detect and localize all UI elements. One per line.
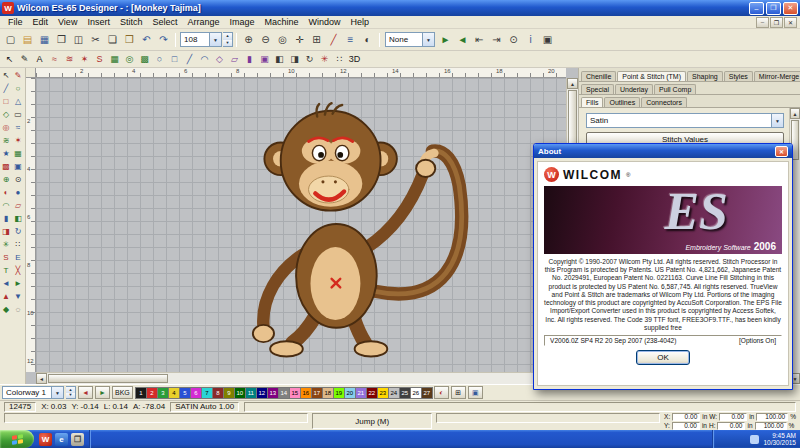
toolbox-tool-icon[interactable]: ∷ — [12, 238, 24, 251]
pan-icon[interactable]: ✛ — [291, 32, 308, 48]
toolbox-tool-icon[interactable]: ▮ — [0, 212, 12, 225]
background-color-button[interactable]: BKG — [112, 386, 133, 399]
toolbox-tool-icon[interactable]: S — [0, 251, 12, 264]
toolbox-tool-icon[interactable]: ◎ — [0, 121, 12, 134]
taskbar-clock[interactable]: 9:45 AM 10/30/2015 — [763, 432, 796, 447]
zoom-combobox[interactable]: 108▼ — [180, 32, 222, 47]
tab-underlay[interactable]: Underlay — [615, 84, 653, 94]
applique-tool-icon[interactable]: ▣ — [257, 52, 272, 66]
menu-item-insert[interactable]: Insert — [82, 17, 115, 27]
colorway-combobox[interactable]: Colorway 1▼ — [2, 386, 64, 399]
tab-styles[interactable]: Styles — [724, 71, 753, 81]
stitch-select-combobox[interactable]: None▼ — [385, 32, 435, 47]
chevron-down-icon[interactable]: ▼ — [209, 33, 221, 46]
about-dialog-titlebar[interactable]: About ✕ — [534, 144, 792, 158]
spin-down-icon[interactable]: ▼ — [223, 40, 232, 47]
circle-tool-icon[interactable]: ○ — [152, 52, 167, 66]
redo-icon[interactable]: ↷ — [155, 32, 172, 48]
show-stitches-icon[interactable]: ≡ — [342, 32, 359, 48]
toolbox-tool-icon[interactable]: ○ — [12, 82, 24, 95]
menu-item-edit[interactable]: Edit — [28, 17, 54, 27]
reshape-icon[interactable]: ✎ — [17, 52, 32, 66]
edit-palette-icon[interactable]: ⊞ — [451, 386, 466, 399]
center-design-icon[interactable]: ⊙ — [505, 32, 522, 48]
tab-chenille[interactable]: Chenille — [581, 71, 616, 81]
previous-color-button[interactable]: ◄ — [78, 386, 93, 399]
minimize-button[interactable]: – — [749, 2, 764, 15]
array-icon[interactable]: ∷ — [332, 52, 347, 66]
previous-color-icon[interactable]: ◄ — [454, 32, 471, 48]
design-canvas[interactable] — [36, 78, 566, 372]
toolbox-tool-icon[interactable]: ⊕ — [0, 173, 12, 186]
toolbox-tool-icon[interactable]: ≈ — [12, 121, 24, 134]
close-button[interactable]: ✕ — [783, 2, 798, 15]
rectangle-tool-icon[interactable]: □ — [167, 52, 182, 66]
wilcom-taskbar-icon[interactable]: W — [39, 433, 52, 446]
toolbox-tool-icon[interactable]: ▦ — [12, 147, 24, 160]
tatami-fill-icon[interactable]: ▦ — [107, 52, 122, 66]
jump-start-icon[interactable]: ⇤ — [471, 32, 488, 48]
toolbox-tool-icon[interactable]: ▲ — [0, 290, 12, 303]
menu-item-machine[interactable]: Machine — [259, 17, 303, 27]
closed-shape-icon[interactable]: ◇ — [212, 52, 227, 66]
toolbox-tool-icon[interactable]: ▣ — [12, 160, 24, 173]
tab-outlines[interactable]: Outlines — [604, 97, 640, 107]
menu-item-view[interactable]: View — [53, 17, 82, 27]
lettering-icon[interactable]: A — [32, 52, 47, 66]
canvas-horizontal-scrollbar[interactable]: ◄ ► — [36, 372, 566, 384]
toolbox-tool-icon[interactable]: □ — [0, 95, 12, 108]
toolbox-tool-icon[interactable]: ╱ — [0, 82, 12, 95]
paste-icon[interactable]: ❒ — [121, 32, 138, 48]
toolbox-tool-icon[interactable]: ≋ — [0, 134, 12, 147]
tab-mirror-merge[interactable]: Mirror-Merge — [754, 71, 800, 81]
tab-pull-comp[interactable]: Pull Comp — [654, 84, 696, 94]
trueview-icon[interactable]: ◐ — [359, 32, 376, 48]
menu-item-file[interactable]: File — [3, 17, 28, 27]
toolbox-tool-icon[interactable]: ↻ — [12, 225, 24, 238]
menu-item-select[interactable]: Select — [147, 17, 182, 27]
fill-type-combobox[interactable]: Satin▼ — [586, 113, 784, 128]
toolbox-tool-icon[interactable]: ✶ — [12, 134, 24, 147]
line-tool-icon[interactable]: ╱ — [182, 52, 197, 66]
toolbox-tool-icon[interactable]: △ — [12, 95, 24, 108]
toolbox-tool-icon[interactable]: ▱ — [12, 199, 24, 212]
fusion-fill-icon[interactable]: ▩ — [137, 52, 152, 66]
save-design-icon[interactable]: ▦ — [36, 32, 53, 48]
scroll-up-icon[interactable]: ▲ — [567, 78, 578, 89]
mdi-close-button[interactable]: ✕ — [784, 17, 797, 28]
open-shape-icon[interactable]: ▱ — [227, 52, 242, 66]
zoom-spinner[interactable]: ▲▼ — [223, 32, 233, 47]
menu-item-window[interactable]: Window — [304, 17, 346, 27]
toolbox-tool-icon[interactable]: ● — [12, 186, 24, 199]
thread-chart-icon[interactable]: ▣ — [468, 386, 483, 399]
close-icon[interactable]: ✕ — [775, 146, 788, 157]
tab-fills[interactable]: Fills — [581, 97, 603, 107]
tab-connectors[interactable]: Connectors — [641, 97, 687, 107]
scroll-left-icon[interactable]: ◄ — [36, 373, 47, 384]
kaleidoscope-icon[interactable]: ✳ — [317, 52, 332, 66]
chevron-down-icon[interactable]: ▼ — [51, 387, 63, 398]
toolbox-tool-icon[interactable]: ◠ — [0, 199, 12, 212]
show-desktop-icon[interactable]: ❐ — [71, 433, 84, 446]
next-color-button[interactable]: ► — [95, 386, 110, 399]
zoom-out-icon[interactable]: ⊖ — [257, 32, 274, 48]
stitch-player-icon[interactable]: ► — [437, 32, 454, 48]
toolbox-tool-icon[interactable]: ◌ — [12, 303, 24, 316]
toolbox-tool-icon[interactable]: ◇ — [0, 108, 12, 121]
mirror-horizontal-icon[interactable]: ◧ — [272, 52, 287, 66]
jump-end-icon[interactable]: ⇥ — [488, 32, 505, 48]
zoom-in-icon[interactable]: ⊕ — [240, 32, 257, 48]
toolbox-tool-icon[interactable]: ▩ — [0, 160, 12, 173]
toolbox-tool-icon[interactable]: ✎ — [12, 69, 24, 82]
contour-fill-icon[interactable]: ◎ — [122, 52, 137, 66]
start-button[interactable] — [0, 430, 34, 448]
color-wheel-icon[interactable]: ◐ — [434, 386, 449, 399]
spin-down-icon[interactable]: ▼ — [66, 393, 75, 399]
open-design-icon[interactable]: ▤ — [19, 32, 36, 48]
toolbox-tool-icon[interactable]: ▭ — [12, 108, 24, 121]
menu-item-arrange[interactable]: Arrange — [182, 17, 224, 27]
print-icon[interactable]: ❐ — [53, 32, 70, 48]
toolbox-tool-icon[interactable]: E — [12, 251, 24, 264]
mdi-minimize-button[interactable]: – — [756, 17, 769, 28]
monkey-design[interactable] — [186, 82, 506, 370]
